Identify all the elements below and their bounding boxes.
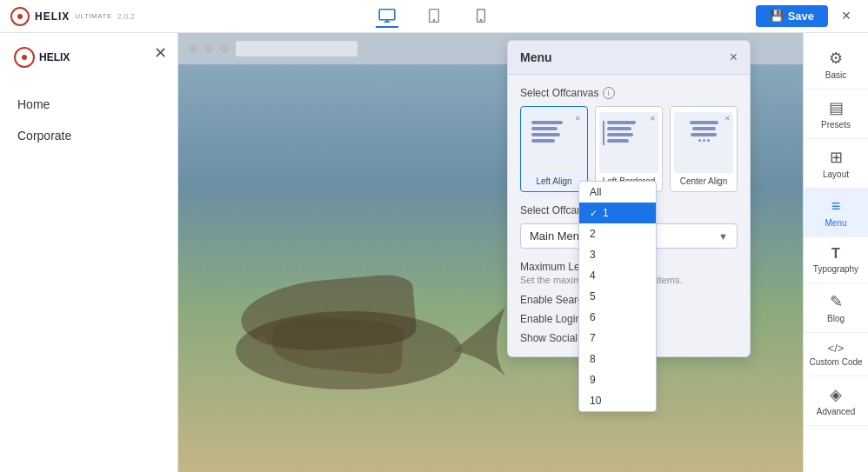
offcanvas-preview-left-align: ✕ [524, 112, 584, 173]
device-desktop[interactable] [376, 5, 398, 28]
logo: HELIX ULTIMATE 2.0.2 [10, 7, 135, 26]
panel-overlay: Menu × Select Offcanvas i ✕ [178, 33, 803, 472]
typography-label: Typography [813, 264, 858, 274]
preview-area: Menu × Select Offcanvas i ✕ [178, 33, 803, 472]
dropdown-item-2[interactable]: 2 [579, 223, 656, 244]
logo-circle [10, 7, 30, 26]
right-panel: ⚙ Basic ▤ Presets ⊞ Layout ≡ Menu T Typo… [803, 33, 868, 472]
close-mini-icon-2: ✕ [650, 115, 656, 123]
dropdown-item-8-label: 8 [590, 353, 596, 365]
basic-icon: ⚙ [829, 49, 843, 68]
blog-label: Blog [827, 314, 845, 323]
presets-label: Presets [821, 120, 851, 130]
right-panel-item-blog[interactable]: ✎ Blog [804, 283, 868, 333]
save-icon: 💾 [770, 10, 784, 23]
dropdown-item-4-label: 4 [590, 269, 596, 282]
offcanvas-preview-center-align: ✕ [674, 112, 733, 173]
logo-subtitle: ULTIMATE [75, 12, 111, 20]
sidebar-nav: Home Corporate [0, 89, 177, 151]
select-arrow-icon: ▼ [718, 231, 728, 242]
menu-label: Menu [825, 218, 846, 228]
menu-icon: ≡ [831, 197, 841, 216]
select-offcanvas-info-icon[interactable]: i [603, 87, 615, 99]
center-align-label: Center Align [674, 176, 733, 186]
advanced-icon: ◈ [830, 385, 842, 404]
layout-icon: ⊞ [830, 148, 843, 167]
level-dropdown: All ✓ 1 2 3 4 5 [578, 181, 657, 412]
dropdown-item-all[interactable]: All [579, 182, 656, 203]
logo-text: HELIX [35, 10, 70, 23]
dropdown-item-10[interactable]: 10 [579, 390, 656, 411]
checkmark-icon: ✓ [590, 208, 598, 219]
advanced-label: Advanced [817, 407, 855, 416]
dropdown-item-9-label: 9 [590, 374, 596, 386]
dropdown-item-3[interactable]: 3 [579, 244, 656, 265]
right-panel-item-advanced[interactable]: ◈ Advanced [804, 376, 868, 426]
right-panel-item-typography[interactable]: T Typography [804, 237, 868, 283]
offcanvas-option-center-align[interactable]: ✕ [670, 106, 738, 192]
svg-rect-0 [379, 9, 395, 19]
sidebar-logo-dot [22, 55, 27, 60]
close-button[interactable]: × [835, 5, 858, 28]
panel-header: Menu × [508, 41, 750, 75]
sidebar: HELIX ✕ Home Corporate [0, 33, 178, 472]
logo-version: 2.0.2 [117, 12, 135, 21]
close-label: × [842, 7, 851, 25]
dropdown-item-9[interactable]: 9 [579, 369, 656, 390]
main-area: HELIX ✕ Home Corporate [0, 33, 868, 472]
dropdown-item-7-label: 7 [590, 332, 596, 344]
dropdown-container: All ✓ 1 2 3 4 5 [578, 179, 657, 412]
basic-label: Basic [825, 70, 846, 80]
dropdown-item-5[interactable]: 5 [579, 286, 656, 307]
dropdown-item-all-label: All [590, 186, 601, 198]
select-offcanvas-label: Select Offcanvas i [520, 87, 738, 99]
dropdown-item-5-label: 5 [590, 290, 596, 302]
sidebar-logo-text: HELIX [39, 51, 70, 63]
right-panel-item-custom-code[interactable]: </> Custom Code [804, 333, 868, 376]
presets-icon: ▤ [829, 98, 844, 117]
svg-point-4 [433, 19, 434, 20]
sidebar-item-home[interactable]: Home [0, 89, 177, 120]
enable-login-label: Enable Login [520, 313, 581, 325]
panel-close-button[interactable]: × [730, 50, 738, 65]
layout-label: Layout [823, 170, 849, 179]
right-panel-item-menu[interactable]: ≡ Menu [804, 189, 868, 237]
right-panel-item-basic[interactable]: ⚙ Basic [804, 40, 868, 90]
save-button[interactable]: 💾 Save [756, 5, 828, 27]
right-panel-item-layout[interactable]: ⊞ Layout [804, 139, 868, 189]
right-panel-item-presets[interactable]: ▤ Presets [804, 90, 868, 139]
close-mini-icon-3: ✕ [724, 115, 731, 123]
top-bar: HELIX ULTIMATE 2.0.2 💾 Save × [0, 0, 868, 33]
dropdown-item-3-label: 3 [590, 249, 596, 261]
custom-code-label: Custom Code [809, 357, 862, 367]
panel-title: Menu [520, 50, 552, 64]
device-mobile[interactable] [470, 5, 492, 28]
dropdown-item-6[interactable]: 6 [579, 307, 656, 328]
top-bar-actions: 💾 Save × [756, 5, 858, 28]
dropdown-item-4[interactable]: 4 [579, 265, 656, 286]
device-tablet[interactable] [423, 5, 445, 28]
dropdown-item-10-label: 10 [590, 395, 601, 407]
typography-icon: T [831, 246, 840, 262]
device-switcher [376, 5, 492, 28]
left-align-label: Left Align [524, 176, 584, 186]
dropdown-item-1-label: 1 [603, 207, 609, 219]
dropdown-item-7[interactable]: 7 [579, 328, 656, 349]
dropdown-item-6-label: 6 [590, 311, 596, 323]
blog-icon: ✎ [830, 292, 843, 311]
logo-inner [17, 14, 23, 19]
close-mini-icon: ✕ [575, 115, 581, 123]
offcanvas-menu-value: Main Menu [530, 229, 585, 243]
dropdown-item-1[interactable]: ✓ 1 [579, 203, 656, 223]
sidebar-item-corporate[interactable]: Corporate [0, 120, 177, 151]
save-label: Save [788, 10, 814, 23]
offcanvas-preview-left-bordered: ✕ [599, 112, 658, 173]
sidebar-close-button[interactable]: ✕ [154, 43, 167, 63]
dropdown-item-2-label: 2 [590, 228, 596, 240]
svg-point-6 [480, 19, 481, 20]
sidebar-logo: HELIX [0, 47, 177, 89]
dropdown-item-8[interactable]: 8 [579, 349, 656, 369]
sidebar-logo-icon [14, 47, 35, 68]
custom-code-icon: </> [828, 342, 845, 355]
